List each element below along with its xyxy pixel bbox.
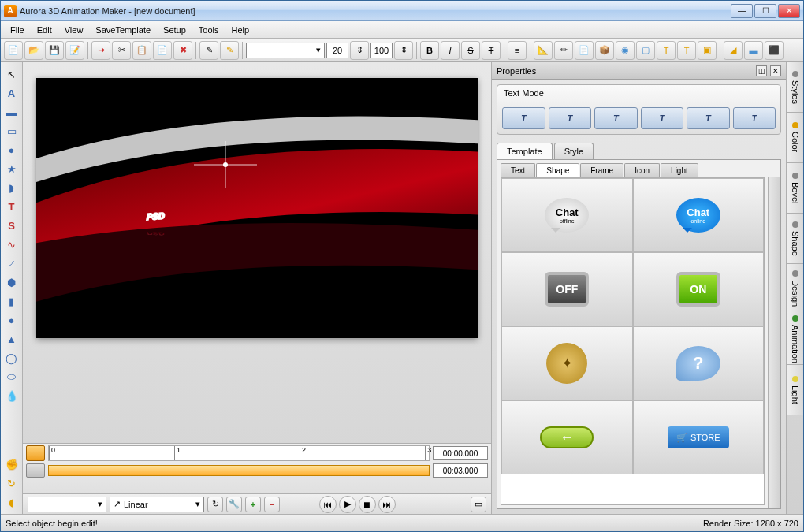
menu-help[interactable]: Help bbox=[225, 23, 256, 37]
menu-tools[interactable]: Tools bbox=[192, 23, 225, 37]
ellipse-tool[interactable]: ● bbox=[3, 141, 20, 158]
add-key-button[interactable]: + bbox=[245, 497, 261, 512]
shape6-button[interactable]: ▢ bbox=[636, 41, 655, 60]
shape-arrow-pill[interactable]: ← bbox=[501, 400, 633, 474]
rotate-tool[interactable]: ↻ bbox=[3, 474, 20, 492]
curve-tool[interactable]: ∿ bbox=[3, 236, 20, 253]
sidetab-color[interactable]: Color bbox=[787, 113, 803, 163]
settings-button[interactable]: 🔧 bbox=[226, 497, 242, 512]
shape4-button[interactable]: 📦 bbox=[595, 41, 614, 60]
minimize-button[interactable]: — bbox=[731, 4, 753, 18]
shape2-button[interactable]: ✏ bbox=[554, 41, 573, 60]
track-toggle[interactable] bbox=[26, 463, 45, 478]
strike2-button[interactable]: T bbox=[482, 41, 501, 60]
paste-button[interactable]: 📄 bbox=[153, 41, 172, 60]
copy-button[interactable]: 📋 bbox=[132, 41, 151, 60]
shape9-button[interactable]: ▣ bbox=[698, 41, 717, 60]
font-select[interactable]: ▾ bbox=[246, 43, 325, 58]
subtab-text[interactable]: Text bbox=[501, 163, 535, 177]
menu-setup[interactable]: Setup bbox=[157, 23, 192, 37]
shape-chat-online[interactable]: Chatonline bbox=[633, 178, 765, 252]
subtab-frame[interactable]: Frame bbox=[580, 163, 623, 177]
cone-tool[interactable]: ▲ bbox=[3, 330, 20, 348]
timeline-marker-start[interactable] bbox=[26, 445, 45, 461]
shape-store[interactable]: 🛒STORE bbox=[633, 400, 765, 474]
shape7-button[interactable]: T bbox=[657, 41, 676, 60]
subtab-icon[interactable]: Icon bbox=[624, 163, 660, 177]
panel-close-button[interactable]: ✕ bbox=[770, 65, 781, 76]
goto-end-button[interactable]: ⏭ bbox=[378, 496, 396, 513]
italic-button[interactable]: I bbox=[441, 41, 460, 60]
canvas[interactable]: PSD PSD bbox=[36, 78, 478, 338]
redo-button[interactable]: ✎ bbox=[220, 41, 239, 60]
refresh-button[interactable]: ↻ bbox=[207, 497, 223, 512]
text-mode-1[interactable]: T bbox=[502, 107, 545, 129]
delete-button[interactable]: ✖ bbox=[173, 41, 192, 60]
export-button[interactable]: ➜ bbox=[91, 41, 110, 60]
text-mode-2[interactable]: T bbox=[549, 107, 592, 129]
tube-tool[interactable]: ⬭ bbox=[3, 368, 20, 385]
shape-on-button[interactable]: ON bbox=[633, 252, 765, 326]
easing-combo[interactable]: ↗Linear▾ bbox=[110, 497, 204, 512]
open-button[interactable]: 📂 bbox=[24, 41, 43, 60]
object-combo[interactable]: ▾ bbox=[28, 497, 106, 512]
pacman-tool[interactable]: ◖ bbox=[3, 493, 20, 511]
shape5-button[interactable]: ◉ bbox=[616, 41, 635, 60]
timeline-track[interactable] bbox=[48, 465, 430, 476]
shape-chat-offline[interactable]: Chatoffline bbox=[501, 178, 633, 252]
bold-button[interactable]: B bbox=[420, 41, 439, 60]
text-mode-6[interactable]: T bbox=[733, 107, 776, 129]
pointer-tool[interactable]: ↖ bbox=[3, 65, 20, 83]
timeline-ruler[interactable]: 0 1 2 3 bbox=[48, 445, 430, 461]
new-button[interactable]: 📄 bbox=[4, 41, 23, 60]
roundrect-tool[interactable]: ▭ bbox=[3, 122, 20, 140]
save-button[interactable]: 💾 bbox=[45, 41, 64, 60]
undo-button[interactable]: ✎ bbox=[199, 41, 218, 60]
goto-start-button[interactable]: ⏮ bbox=[319, 496, 337, 513]
sidetab-bevel[interactable]: Bevel bbox=[787, 163, 803, 214]
cut-button[interactable]: ✂ bbox=[112, 41, 131, 60]
remove-key-button[interactable]: − bbox=[264, 497, 280, 512]
hand-tool[interactable]: ✊ bbox=[3, 456, 20, 473]
shape-scrollbar[interactable] bbox=[768, 177, 780, 508]
menu-savetemplate[interactable]: SaveTemplate bbox=[89, 23, 157, 37]
shape-seal[interactable]: ✦ bbox=[501, 326, 633, 400]
shape8-button[interactable]: T bbox=[677, 41, 696, 60]
drop-tool[interactable]: 💧 bbox=[3, 387, 20, 404]
text-mode-5[interactable]: T bbox=[687, 107, 730, 129]
play-button[interactable]: ▶ bbox=[339, 496, 356, 513]
font-size-2[interactable] bbox=[370, 43, 393, 58]
size1-stepper[interactable]: ⇕ bbox=[350, 41, 369, 60]
sidetab-animation[interactable]: Animation bbox=[787, 314, 803, 365]
text-mode-4[interactable]: T bbox=[641, 107, 684, 129]
stop-button[interactable]: ⏹ bbox=[359, 496, 376, 513]
text-mode-3[interactable]: T bbox=[594, 107, 638, 129]
star-tool[interactable]: ★ bbox=[3, 160, 20, 177]
sphere-tool[interactable]: ● bbox=[3, 311, 20, 329]
close-button[interactable]: ✕ bbox=[778, 4, 800, 18]
sidetab-styles[interactable]: Styles bbox=[787, 62, 803, 113]
saveas-button[interactable]: 📝 bbox=[65, 41, 84, 60]
shape-question[interactable]: ? bbox=[633, 326, 765, 400]
3dtext-t-tool[interactable]: T bbox=[3, 198, 20, 215]
shape12-button[interactable]: ⬛ bbox=[765, 41, 784, 60]
3dtext-s-tool[interactable]: S bbox=[3, 217, 20, 234]
tab-template[interactable]: Template bbox=[497, 143, 553, 159]
size2-stepper[interactable]: ⇕ bbox=[394, 41, 413, 60]
subtab-light[interactable]: Light bbox=[661, 163, 698, 177]
cylinder-tool[interactable]: ⬢ bbox=[3, 273, 20, 291]
shape-off-button[interactable]: OFF bbox=[501, 252, 633, 326]
sidetab-shape[interactable]: Shape bbox=[787, 214, 803, 264]
tab-style[interactable]: Style bbox=[554, 143, 594, 159]
sidetab-design[interactable]: Design bbox=[787, 264, 803, 314]
strike-button[interactable]: S bbox=[461, 41, 480, 60]
panel-float-button[interactable]: ◫ bbox=[756, 65, 767, 76]
text-tool[interactable]: A bbox=[3, 84, 20, 102]
cube-tool[interactable]: ▮ bbox=[3, 292, 20, 310]
maximize-button[interactable]: ☐ bbox=[754, 4, 776, 18]
menu-file[interactable]: File bbox=[4, 23, 31, 37]
sidetab-light[interactable]: Light bbox=[787, 365, 803, 415]
align-button[interactable]: ≡ bbox=[508, 41, 527, 60]
line-tool[interactable]: ⟋ bbox=[3, 255, 20, 272]
font-size-1[interactable] bbox=[326, 43, 348, 58]
